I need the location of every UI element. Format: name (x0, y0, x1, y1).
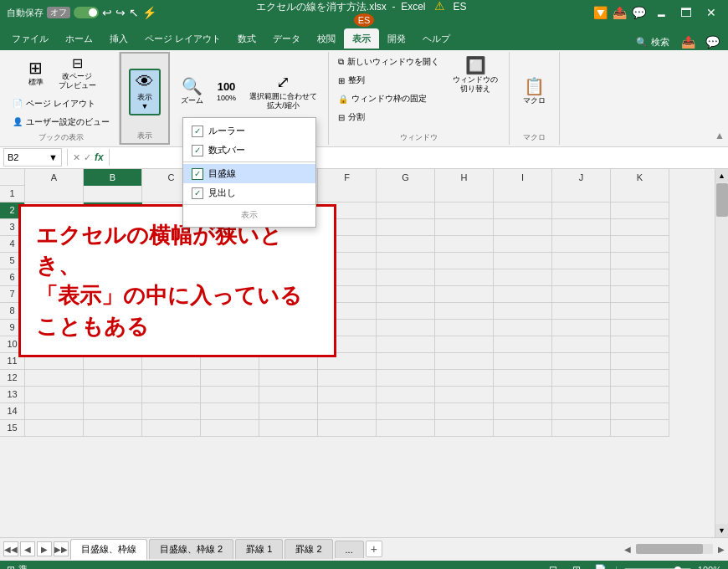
btn-standard-view[interactable]: ⊞ 標準 (21, 56, 51, 90)
dropdown-item-formula-bar[interactable]: ✓ 数式バー (183, 141, 315, 160)
col-header-B[interactable]: B (84, 169, 142, 186)
sheet-nav-next[interactable]: ▶ (37, 541, 52, 556)
cell-I2[interactable] (494, 202, 552, 219)
search-label[interactable]: 検索 (651, 36, 669, 49)
confirm-formula-icon[interactable]: ✓ (84, 152, 91, 163)
comments-icon[interactable]: 💬 (632, 6, 646, 19)
cell-K2[interactable] (611, 202, 669, 219)
cell-G2[interactable] (377, 202, 435, 219)
hscroll-thumb[interactable] (636, 544, 703, 554)
cell-F1[interactable] (318, 186, 377, 202)
formula-bar-checkbox[interactable]: ✓ (192, 145, 203, 156)
btn-switch-window[interactable]: 🔲 ウィンドウの切り替え (447, 54, 504, 97)
scroll-up-btn[interactable]: ▲ (715, 169, 729, 182)
sheet-nav-last[interactable]: ▶▶ (54, 541, 69, 556)
share-icon[interactable]: 📤 (613, 6, 627, 19)
btn-new-window[interactable]: ⧉ 新しいウィンドウを開く (334, 54, 443, 70)
btn-zoom-100[interactable]: 100 100% (211, 78, 242, 106)
zoom-thumb[interactable] (674, 566, 681, 569)
btn-zoom-selection[interactable]: ⤢ 選択範囲に合わせて拡大/縮小 (244, 70, 323, 114)
dropdown-item-headings[interactable]: ✓ 見出し (183, 183, 315, 202)
tab-developer[interactable]: 開発 (379, 28, 414, 49)
dropdown-item-gridlines[interactable]: ✓ 目盛線 (183, 164, 315, 183)
view-btn-page-break[interactable]: 📄 (592, 561, 608, 569)
horizontal-scrollbar[interactable] (636, 544, 713, 554)
tab-page-layout[interactable]: ページ レイアウト (136, 28, 229, 49)
ribbon-display-icon[interactable]: 🔽 (593, 6, 608, 19)
cell-ref-dropdown[interactable]: ▼ (49, 152, 58, 162)
cell-K1[interactable] (611, 186, 669, 202)
cell-J2[interactable] (552, 202, 611, 219)
undo-icon[interactable]: ↩ (102, 6, 112, 19)
col-header-J[interactable]: J (552, 169, 611, 186)
tab-insert[interactable]: 挿入 (101, 28, 136, 49)
view-btn-normal[interactable]: ⊟ (545, 561, 561, 569)
function-icon[interactable]: fx (95, 151, 104, 163)
cancel-formula-icon[interactable]: ✕ (73, 152, 80, 163)
tab-review[interactable]: 校閲 (309, 28, 344, 49)
col-header-I[interactable]: I (494, 169, 552, 186)
sheet-tab-borders-2[interactable]: 罫線 2 (285, 539, 332, 559)
scroll-track[interactable] (715, 182, 728, 524)
comments-ribbon-icon[interactable]: 💬 (700, 35, 725, 49)
corner-cell[interactable] (0, 169, 25, 186)
btn-zoom[interactable]: 🔍 ズーム (175, 74, 209, 109)
col-header-G[interactable]: G (377, 169, 435, 186)
ribbon-expand-icon[interactable]: ▲ (715, 130, 725, 141)
row-num-15[interactable]: 15 (0, 420, 25, 437)
share-ribbon-icon[interactable]: 📤 (676, 35, 700, 49)
sheet-tab-add[interactable]: + (366, 541, 382, 557)
minimize-button[interactable]: 🗕 (651, 3, 671, 23)
cell-H1[interactable] (435, 186, 494, 202)
ruler-checkbox[interactable]: ✓ (192, 126, 203, 137)
redo-icon[interactable]: ↪ (115, 6, 126, 19)
sheet-tab-gridlines-borders[interactable]: 目盛線、枠線 (70, 539, 147, 560)
dropdown-item-ruler[interactable]: ✓ ルーラー (183, 121, 315, 141)
col-header-A[interactable]: A (25, 169, 84, 186)
scroll-thumb[interactable] (716, 183, 728, 217)
sheet-nav-first[interactable]: ◀◀ (3, 541, 18, 556)
tab-formulas[interactable]: 数式 (229, 28, 264, 49)
autosave-toggle[interactable]: 自動保存 オフ (7, 7, 99, 19)
pointer-icon[interactable]: ↖ (129, 6, 139, 19)
cell-reference-box[interactable]: B2 ▼ (3, 148, 62, 167)
tab-home[interactable]: ホーム (57, 28, 101, 49)
btn-arrange[interactable]: ⊞ 整列 (334, 72, 443, 89)
sheet-nav-prev[interactable]: ◀ (20, 541, 35, 556)
vertical-scrollbar[interactable]: ▲ ▼ (715, 169, 728, 537)
view-btn-page-layout[interactable]: ⊞ (568, 561, 585, 569)
btn-split[interactable]: ⊟ 分割 (334, 109, 443, 126)
btn-macro[interactable]: 📋 マクロ (517, 74, 551, 109)
sheet-tab-borders-1[interactable]: 罫線 1 (235, 539, 283, 559)
gridlines-checkbox[interactable]: ✓ (192, 168, 203, 180)
btn-page-layout-view[interactable]: 📄 ページ レイアウト (8, 95, 114, 112)
tab-file[interactable]: ファイル (3, 28, 57, 49)
tab-view[interactable]: 表示 (344, 28, 379, 49)
sheet-tab-more[interactable]: ... (335, 541, 364, 558)
row-num-13[interactable]: 13 (0, 387, 25, 403)
scroll-down-btn[interactable]: ▼ (715, 524, 729, 537)
btn-page-break-preview[interactable]: ⊟ 改ページプレビュー (53, 54, 102, 94)
cell-A1[interactable] (25, 186, 84, 202)
row-num-1[interactable]: 1 (0, 186, 25, 202)
hscroll-left-icon[interactable]: ◀ (624, 545, 631, 554)
sheet-tab-gridlines-borders-2[interactable]: 目盛線、枠線 2 (149, 539, 233, 559)
cell-B1[interactable] (84, 186, 142, 202)
cell-I1[interactable] (494, 186, 552, 202)
close-button[interactable]: ✕ (701, 3, 721, 23)
customize-icon[interactable]: ⚡ (142, 6, 156, 19)
maximize-button[interactable]: 🗖 (676, 3, 696, 23)
tab-data[interactable]: データ (264, 28, 309, 49)
btn-custom-view[interactable]: 👤 ユーザー設定のビュー (8, 114, 114, 131)
btn-show[interactable]: 👁 表示▼ (129, 69, 161, 115)
hscroll-right-icon[interactable]: ▶ (718, 545, 725, 554)
btn-freeze-panes[interactable]: 🔒 ウィンドウ枠の固定 (334, 90, 443, 107)
row-num-14[interactable]: 14 (0, 403, 25, 420)
row-num-12[interactable]: 12 (0, 370, 25, 387)
col-header-H[interactable]: H (435, 169, 494, 186)
headings-checkbox[interactable]: ✓ (192, 187, 203, 199)
cell-J1[interactable] (552, 186, 611, 202)
tab-help[interactable]: ヘルプ (414, 28, 459, 49)
autosave-switch[interactable] (74, 7, 99, 18)
col-header-K[interactable]: K (611, 169, 669, 186)
